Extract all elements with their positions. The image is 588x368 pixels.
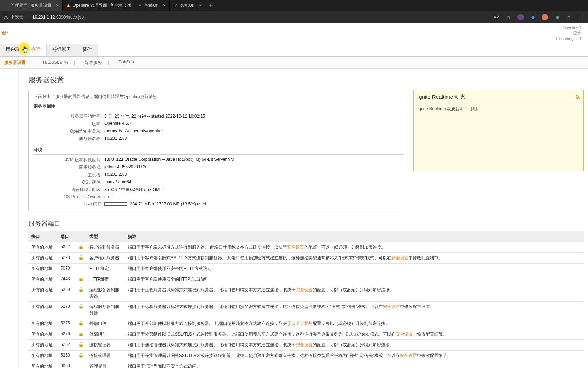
memory-text: 234.71 MB of 1737.00 MB (13.5%) used bbox=[130, 201, 206, 206]
close-icon[interactable]: × bbox=[56, 2, 59, 8]
port-iface: 所有的地址 bbox=[28, 361, 58, 368]
props-header: 服务器属性 bbox=[34, 102, 404, 111]
attr-value: 10.201.2.88 bbox=[104, 172, 404, 178]
insecure-badge[interactable]: 不安全 bbox=[4, 14, 24, 20]
port-number: 9090 bbox=[58, 361, 76, 368]
port-number: 5276 bbox=[58, 329, 76, 340]
tab-title: 智能Uri bbox=[145, 2, 158, 9]
ports-row: 所有的地址5263🔒连接管理器端口用于连接管理器以旧式SSL/TLS方式连接到服… bbox=[28, 351, 584, 361]
port-type: 远程服务器到服务器 bbox=[87, 302, 125, 318]
attr-label: 语言环境 / 时区: bbox=[34, 187, 102, 193]
port-desc: 端口用于连接管理器以旧式SSL/TLS方式连接到服务器。 此端口使用预加密方式建… bbox=[125, 351, 584, 361]
main-tab-2[interactable]: 分组聊天 bbox=[47, 44, 77, 56]
attr-label: 版本: bbox=[34, 121, 102, 127]
profile-icon[interactable] bbox=[542, 14, 548, 20]
ports-row: 所有的地址5276🔒外部组件端口用于外部组件以旧式SSL/TLS方式连接到服务器… bbox=[28, 329, 584, 340]
browser-tab-1[interactable]: 🔥 Openfire 管理界面: 客户端会话 × bbox=[63, 0, 134, 11]
port-desc: 端口用于客户端以旧式SSL/TLS方式连接到服务器。 此端口使用预加密方式建立连… bbox=[125, 253, 584, 264]
security-settings-link[interactable]: 安全设置 bbox=[396, 332, 413, 337]
page-title: 服务器设置 bbox=[28, 75, 584, 85]
extensions-icon[interactable]: ✧ bbox=[566, 14, 572, 20]
port-lock: 🔒 bbox=[76, 242, 87, 253]
sub-tab-2[interactable]: 媒体服务 bbox=[83, 59, 110, 66]
port-number: 5269 bbox=[58, 285, 76, 302]
port-type: 管理界面 bbox=[87, 361, 125, 368]
port-desc: 端口用于管理界面以不安全方式访问。 bbox=[125, 361, 584, 368]
favicon-icon: V bbox=[137, 3, 142, 8]
ports-row: 所有的地址5262🔒连接管理器端口用于连接管理器以标准方式连接到服务器。 此端口… bbox=[28, 340, 584, 351]
port-type: 外部组件 bbox=[87, 318, 125, 329]
port-lock: 🔒 bbox=[76, 253, 87, 264]
sidebar-spacer bbox=[0, 69, 19, 368]
attr-value: /home/9527/assembly/openfire bbox=[104, 128, 404, 134]
sub-tab-1[interactable]: TLS/SSL证书 bbox=[41, 59, 76, 66]
security-settings-link[interactable]: 安全设置 bbox=[291, 321, 308, 326]
close-icon[interactable]: × bbox=[163, 2, 166, 8]
attr-row-memory: Java 内存 234.71 MB of 1737.00 MB (13.5%) … bbox=[34, 200, 404, 208]
ext-icon-1[interactable] bbox=[517, 14, 524, 20]
new-tab-button[interactable]: + bbox=[205, 2, 217, 9]
ext-icon-2[interactable]: ◆ bbox=[530, 14, 536, 20]
lock-icon: 🔒 bbox=[78, 244, 84, 249]
lock-icon: 🔒 bbox=[78, 304, 84, 309]
browser-tab-0[interactable]: 管理界面: 服务器设置 × bbox=[0, 0, 63, 11]
sub-tab-0[interactable]: 服务器设置 bbox=[3, 59, 34, 66]
info-desc: 下面列出了服务器的属性信息，端口使用情况与Openfire更新消息。 bbox=[34, 94, 404, 100]
collections-icon[interactable]: ▥ bbox=[554, 14, 560, 20]
main-tab-3[interactable]: 插件 bbox=[77, 44, 98, 56]
attr-row: 服务器启动时间:5 天, 23 小时, 22 分钟 -- started 202… bbox=[34, 113, 404, 120]
attr-row: 服务器名称:10.201.2.88 bbox=[34, 135, 404, 143]
port-lock: 🔒 bbox=[76, 351, 87, 361]
attr-row: OS / 硬件:Linux / amd64 bbox=[34, 179, 404, 186]
memory-bar bbox=[104, 202, 127, 206]
port-iface: 所有的地址 bbox=[28, 274, 58, 285]
attr-row: 版本:Openfire 4.6.7 bbox=[34, 120, 404, 128]
port-iface: 所有的地址 bbox=[28, 302, 58, 318]
port-type: 连接管理器 bbox=[87, 351, 125, 361]
security-settings-link[interactable]: 安全设置 bbox=[287, 245, 304, 250]
attr-label: 应用服务器: bbox=[34, 164, 102, 170]
attr-label: Java 内存 bbox=[34, 201, 102, 207]
tab-bar: 管理界面: 服务器设置 × 🔥 Openfire 管理界面: 客户端会话 × V… bbox=[0, 0, 588, 11]
attr-row: Openfire 主目录:/home/9527/assembly/openfir… bbox=[34, 128, 404, 135]
security-settings-link[interactable]: 安全设置 bbox=[400, 353, 417, 358]
port-desc: 端口用于客户端使用安全的HTTP方式访问 bbox=[125, 274, 584, 285]
attr-label: 主机名: bbox=[34, 172, 102, 178]
attr-label: OS / 硬件: bbox=[34, 179, 102, 185]
port-desc: 端口用于客户端使用不安全的HTTP方式访问 bbox=[125, 264, 584, 274]
port-desc: 端口用于远程服务器以标准方式连接到服务器。 此端口使用纯文本方式建立连接，取决于… bbox=[125, 285, 584, 302]
port-lock: 🔒 bbox=[76, 274, 87, 285]
warning-icon bbox=[4, 15, 9, 20]
attr-value: Openfire 4.6.7 bbox=[104, 121, 404, 127]
ports-row: 所有的地址5270🔒远程服务器到服务器端口用于远程服务器以标准方式连接到服务器。… bbox=[28, 302, 584, 318]
main-tab-0[interactable]: 用户群 bbox=[0, 44, 26, 56]
security-settings-link[interactable]: 安全设置 bbox=[391, 255, 409, 260]
port-number: 5263 bbox=[58, 351, 76, 361]
attr-row: 主机名:10.201.2.88 bbox=[34, 171, 404, 179]
favorite-icon[interactable]: ☆ bbox=[505, 14, 512, 20]
port-number: 5262 bbox=[58, 340, 76, 351]
main-tab-1[interactable]: 会话 bbox=[26, 44, 47, 56]
browser-tab-3[interactable]: V 智能Uri × bbox=[170, 0, 205, 11]
port-number: 5270 bbox=[58, 302, 76, 318]
attr-row: OS Process Owner:root bbox=[34, 194, 404, 200]
ports-header-2 bbox=[76, 231, 87, 242]
lock-icon: 🔒 bbox=[78, 321, 84, 326]
port-desc: 端口用于外部组件以标准方式连接到服务器。 此端口使用纯文本方式建立连接，取决于安… bbox=[125, 318, 584, 329]
env-header: 环境 bbox=[34, 145, 404, 155]
attr-label: 服务器启动时间: bbox=[34, 113, 102, 119]
more-icon[interactable]: ⋯ bbox=[578, 14, 584, 20]
security-settings-link[interactable]: 安全设置 bbox=[383, 304, 400, 309]
text-size-icon[interactable]: A⤢ bbox=[493, 14, 500, 20]
tab-title: 管理界面: 服务器设置 bbox=[11, 2, 52, 9]
url-text[interactable]: 10.201.1.12:9090/index.jsp bbox=[32, 15, 84, 20]
server-info-box: 下面列出了服务器的属性信息，端口使用情况与Openfire更新消息。 服务器属性… bbox=[28, 90, 409, 211]
sub-tab-3[interactable]: PubSub bbox=[117, 59, 135, 66]
security-settings-link[interactable]: 安全设置 bbox=[296, 342, 313, 347]
attr-label: OS Process Owner: bbox=[34, 194, 102, 199]
browser-tab-2[interactable]: V 智能Uri × bbox=[134, 0, 170, 11]
close-icon[interactable]: × bbox=[199, 2, 202, 8]
port-iface: 所有的地址 bbox=[28, 253, 58, 264]
security-settings-link[interactable]: 安全设置 bbox=[296, 287, 313, 292]
rss-icon[interactable] bbox=[575, 94, 580, 100]
